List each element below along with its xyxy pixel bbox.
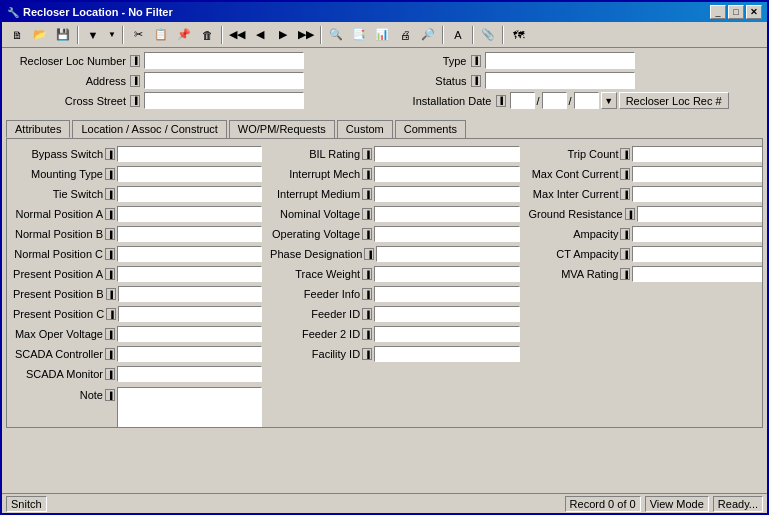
max-oper-voltage-input[interactable] — [117, 326, 262, 342]
present-pos-c-input[interactable] — [118, 306, 262, 322]
facility-id-input[interactable] — [374, 346, 520, 362]
note-textarea[interactable] — [117, 387, 262, 428]
mva-rating-input[interactable] — [632, 266, 763, 282]
max-inter-current-input[interactable] — [632, 186, 763, 202]
toolbar-attach[interactable]: 📎 — [477, 25, 499, 45]
window-controls: _ □ ✕ — [710, 5, 762, 19]
main-window: 🔧 Recloser Location - No Filter _ □ ✕ 🗎 … — [0, 0, 769, 515]
tab-wo-pm[interactable]: WO/PM/Requests — [229, 120, 335, 138]
scada-monitor-input[interactable] — [117, 366, 262, 382]
toolbar-next-next[interactable]: ▶▶ — [295, 25, 317, 45]
tab-custom[interactable]: Custom — [337, 120, 393, 138]
date-day[interactable] — [542, 92, 567, 109]
tie-switch-lock: ▐ — [105, 188, 115, 200]
feeder-info-lock: ▐ — [362, 288, 372, 300]
normal-pos-b-input[interactable] — [117, 226, 262, 242]
interrupt-mech-input[interactable] — [374, 166, 520, 182]
tab-location[interactable]: Location / Assoc / Construct — [72, 120, 226, 138]
toolbar-save[interactable]: 💾 — [52, 25, 74, 45]
normal-pos-c-input[interactable] — [117, 246, 262, 262]
toolbar-new[interactable]: 🗎 — [6, 25, 28, 45]
toolbar-cut[interactable]: ✂ — [127, 25, 149, 45]
field-mounting-type: Mounting Type ▐ — [13, 165, 262, 183]
recloser-loc-number-input[interactable] — [144, 52, 304, 69]
ampacity-input[interactable] — [632, 226, 763, 242]
toolbar-paste[interactable]: 📌 — [173, 25, 195, 45]
field-note: Note ▐ — [13, 387, 262, 428]
present-pos-b-input[interactable] — [118, 286, 263, 302]
present-pos-a-lock: ▐ — [105, 268, 115, 280]
phase-designation-input[interactable] — [376, 246, 520, 262]
tie-switch-input[interactable] — [117, 186, 262, 202]
field-trip-count: Trip Count ▐ — [528, 145, 763, 163]
present-pos-a-input[interactable] — [117, 266, 262, 282]
ground-resistance-input[interactable] — [637, 206, 763, 222]
toolbar-open[interactable]: 📂 — [29, 25, 51, 45]
tab-comments[interactable]: Comments — [395, 120, 466, 138]
toolbar-search[interactable]: 🔍 — [325, 25, 347, 45]
feeder-id-input[interactable] — [374, 306, 520, 322]
field-normal-pos-c: Normal Position C ▐ — [13, 245, 262, 263]
status-input[interactable] — [485, 72, 635, 89]
ready-text: Ready... — [718, 498, 758, 510]
field-mva-rating: MVA Rating ▐ — [528, 265, 763, 283]
date-month[interactable] — [510, 92, 535, 109]
scada-monitor-label: SCADA Monitor — [13, 368, 103, 380]
nominal-voltage-label: Nominal Voltage — [270, 208, 360, 220]
date-year[interactable] — [574, 92, 599, 109]
toolbar-prev[interactable]: ◀ — [249, 25, 271, 45]
nominal-voltage-lock: ▐ — [362, 208, 372, 220]
max-inter-current-lock: ▐ — [620, 188, 630, 200]
recloser-loc-rec-button[interactable]: Recloser Loc Rec # — [619, 92, 729, 109]
field-scada-monitor: SCADA Monitor ▐ — [13, 365, 262, 383]
toolbar-zoom[interactable]: 🔎 — [417, 25, 439, 45]
mounting-type-lock: ▐ — [105, 168, 115, 180]
toolbar-filter-dropdown[interactable]: ▼ — [105, 25, 119, 45]
mounting-type-input[interactable] — [117, 166, 262, 182]
date-picker-button[interactable]: ▼ — [601, 92, 617, 109]
scada-controller-input[interactable] — [117, 346, 262, 362]
toolbar-report[interactable]: 📊 — [371, 25, 393, 45]
feeder-id-label: Feeder ID — [270, 308, 360, 320]
operating-voltage-input[interactable] — [374, 226, 520, 242]
type-input[interactable] — [485, 52, 635, 69]
field-normal-pos-b: Normal Position B ▐ — [13, 225, 262, 243]
facility-id-label: Facility ID — [270, 348, 360, 360]
cross-street-input[interactable] — [144, 92, 304, 109]
field-feeder-id: Feeder ID ▐ — [270, 305, 520, 323]
ct-ampacity-input[interactable] — [632, 246, 763, 262]
field-operating-voltage: Operating Voltage ▐ — [270, 225, 520, 243]
attributes-col1: Bypass Switch ▐ Mounting Type ▐ Tie Swit… — [13, 145, 262, 428]
toolbar-find[interactable]: 📑 — [348, 25, 370, 45]
minimize-button[interactable]: _ — [710, 5, 726, 19]
feeder-2-id-input[interactable] — [374, 326, 520, 342]
tie-switch-label: Tie Switch — [13, 188, 103, 200]
present-pos-c-label: Present Position C — [13, 308, 104, 320]
toolbar-copy[interactable]: 📋 — [150, 25, 172, 45]
toolbar-delete[interactable]: 🗑 — [196, 25, 218, 45]
toolbar-spell[interactable]: A — [447, 25, 469, 45]
status-label: Status — [427, 75, 467, 87]
bil-rating-input[interactable] — [374, 146, 520, 162]
toolbar-print[interactable]: 🖨 — [394, 25, 416, 45]
maximize-button[interactable]: □ — [728, 5, 744, 19]
toolbar-sep7 — [502, 26, 504, 44]
toolbar-gis[interactable]: 🗺 — [507, 25, 529, 45]
close-button[interactable]: ✕ — [746, 5, 762, 19]
feeder-info-input[interactable] — [374, 286, 520, 302]
feeder-id-lock: ▐ — [362, 308, 372, 320]
trace-weight-input[interactable] — [374, 266, 520, 282]
interrupt-medium-input[interactable] — [374, 186, 520, 202]
toolbar-prev-prev[interactable]: ◀◀ — [226, 25, 248, 45]
tab-attributes[interactable]: Attributes — [6, 120, 70, 138]
normal-pos-a-input[interactable] — [117, 206, 262, 222]
address-input[interactable] — [144, 72, 304, 89]
bypass-switch-input[interactable] — [117, 146, 262, 162]
trip-count-input[interactable] — [632, 146, 763, 162]
max-cont-current-input[interactable] — [632, 166, 763, 182]
toolbar-filter[interactable]: ▼ — [82, 25, 104, 45]
attributes-col2: BIL Rating ▐ Interrupt Mech ▐ Interrupt … — [270, 145, 520, 428]
nominal-voltage-input[interactable] — [374, 206, 520, 222]
toolbar-sep4 — [320, 26, 322, 44]
toolbar-next[interactable]: ▶ — [272, 25, 294, 45]
